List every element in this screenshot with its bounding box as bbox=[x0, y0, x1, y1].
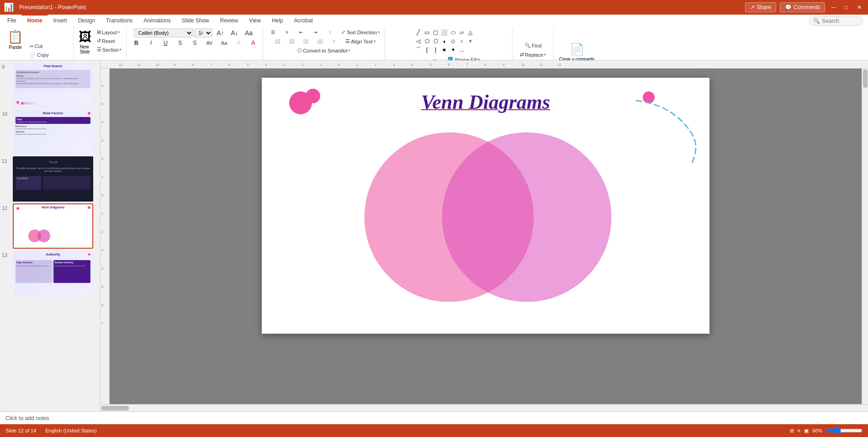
highlight-button[interactable]: A bbox=[232, 39, 245, 47]
replace-button[interactable]: ⇄ Replace ▾ bbox=[518, 51, 548, 59]
find-icon: 🔍 bbox=[524, 43, 531, 48]
shape-brace[interactable]: } bbox=[432, 46, 440, 54]
shape-plus[interactable]: + bbox=[466, 37, 475, 45]
shape-parallelogram[interactable]: ▱ bbox=[458, 28, 466, 37]
justify-button[interactable]: ⬜ bbox=[313, 38, 327, 44]
shape-more[interactable]: … bbox=[458, 46, 466, 54]
align-center-button[interactable]: ⬜ bbox=[285, 38, 298, 44]
shape-starburst[interactable]: ✦ bbox=[449, 46, 457, 54]
char-spacing-button[interactable]: AV bbox=[202, 40, 216, 46]
slide-thumb-11[interactable]: Trust To modify this graph, click on the… bbox=[13, 156, 93, 202]
slide-item-9[interactable]: 9 Paid Search Educational Keywords Names… bbox=[2, 62, 98, 107]
restore-button[interactable]: □ bbox=[842, 4, 851, 11]
new-slide-button[interactable]: 🖼 NewSlide bbox=[77, 28, 93, 55]
shape-star[interactable]: ★ bbox=[440, 46, 449, 54]
scrollbar-vertical[interactable] bbox=[862, 69, 868, 404]
tab-review[interactable]: Review bbox=[215, 16, 243, 26]
tab-acrobat[interactable]: Acrobat bbox=[289, 16, 318, 26]
svg-text:9: 9 bbox=[174, 63, 176, 67]
section-button[interactable]: ☰ Section ▾ bbox=[95, 46, 124, 53]
shape-circle[interactable]: ⬭ bbox=[449, 28, 457, 37]
slide-item-10[interactable]: 10 Rank Factors Trust Content is the dee… bbox=[2, 109, 98, 155]
shape-diamond[interactable]: ◇ bbox=[449, 37, 457, 45]
view-outline-icon[interactable]: ≡ bbox=[798, 428, 800, 433]
increase-font-button[interactable]: A↑ bbox=[213, 29, 227, 37]
font-name-select[interactable]: Calibri (Body) bbox=[134, 28, 193, 37]
shape-rect[interactable]: ▭ bbox=[423, 28, 431, 37]
tab-home[interactable]: Home bbox=[21, 15, 48, 26]
slide-title[interactable]: Venn Diagrams bbox=[421, 91, 550, 114]
clear-format-button[interactable]: Aa bbox=[242, 29, 255, 37]
view-slide-icon[interactable]: ▣ bbox=[804, 428, 809, 434]
layout-button[interactable]: ⊞ Layout ▾ bbox=[95, 28, 124, 36]
shape-arrow[interactable]: ⬧ bbox=[440, 37, 449, 45]
shape-chevron[interactable]: › bbox=[458, 37, 466, 45]
scrollbar-horizontal[interactable] bbox=[101, 404, 868, 411]
slide-item-12[interactable]: 12 Venn Diagrams bbox=[2, 203, 98, 249]
shape-bracket[interactable]: { bbox=[423, 46, 431, 54]
ruler-h-svg: 12 11 10 9 8 7 6 5 4 3 2 1 0 1 2 3 4 5 6… bbox=[110, 60, 868, 69]
tab-file[interactable]: File bbox=[2, 16, 21, 26]
numbering-button[interactable]: ≡ bbox=[280, 29, 294, 35]
shape-line[interactable]: ╱ bbox=[414, 28, 423, 37]
slide-thumb-12[interactable]: Venn Diagrams bbox=[13, 203, 93, 249]
align-left-button[interactable]: ⬜ bbox=[270, 38, 284, 44]
tab-view[interactable]: View bbox=[243, 16, 266, 26]
canvas-scroll[interactable]: Venn Diagrams bbox=[110, 69, 862, 404]
zoom-slider[interactable] bbox=[826, 427, 863, 434]
tab-slideshow[interactable]: Slide Show bbox=[176, 16, 215, 26]
share-button[interactable]: ↗ Share bbox=[745, 2, 776, 12]
font-size-select[interactable]: 14 bbox=[194, 28, 212, 37]
slide-thumb-9[interactable]: Paid Search Educational Keywords Names C… bbox=[13, 62, 93, 107]
slide-thumb-13[interactable]: Authority Page Authority Content is the … bbox=[13, 250, 93, 296]
columns-button[interactable]: ⫶ bbox=[323, 29, 337, 35]
tab-help[interactable]: Help bbox=[266, 16, 289, 26]
italic-button[interactable]: I bbox=[144, 39, 158, 47]
shape-curved[interactable]: ⌒ bbox=[414, 46, 423, 54]
font-color-button[interactable]: A bbox=[246, 39, 260, 47]
align-right-button[interactable]: ⬜ bbox=[299, 38, 312, 44]
strikethrough-button[interactable]: S bbox=[173, 39, 187, 47]
svg-text:10: 10 bbox=[521, 63, 525, 67]
svg-text:3: 3 bbox=[393, 63, 395, 67]
shape-rounded-rect[interactable]: ▢ bbox=[432, 28, 440, 37]
increase-indent-button[interactable]: ⇥ bbox=[308, 29, 322, 35]
shape-hexagon[interactable]: ⬡ bbox=[432, 37, 440, 45]
shadow-button[interactable]: S bbox=[188, 39, 201, 47]
bullets-button[interactable]: ☰ bbox=[266, 29, 280, 35]
shape-rtriangle[interactable]: ◁ bbox=[414, 37, 423, 45]
reset-button[interactable]: ↺ Reset bbox=[95, 37, 124, 45]
close-button[interactable]: ✕ bbox=[854, 4, 864, 11]
search-input[interactable] bbox=[822, 18, 858, 24]
slide-item-13[interactable]: 13 Authority Page Authority Content is t… bbox=[2, 250, 98, 296]
cut-button[interactable]: ✂ Cut bbox=[28, 43, 71, 50]
venn-diagram[interactable] bbox=[330, 128, 646, 306]
font-case-button[interactable]: Aa bbox=[217, 40, 231, 46]
view-normal-icon[interactable]: ⊞ bbox=[790, 428, 794, 434]
tab-insert[interactable]: Insert bbox=[48, 16, 73, 26]
tab-design[interactable]: Design bbox=[73, 16, 101, 26]
search-box[interactable]: 🔍 bbox=[809, 16, 863, 26]
shape-pentagon[interactable]: ⬠ bbox=[423, 37, 431, 45]
shape-triangle[interactable]: △ bbox=[466, 28, 475, 37]
convert-smartart-button[interactable]: ⬡ Convert to SmartArt ▾ bbox=[296, 47, 352, 54]
text-direction-button[interactable]: ⤢ Text Direction ▾ bbox=[339, 28, 381, 36]
underline-button[interactable]: U bbox=[159, 39, 172, 47]
notes-bar[interactable]: Click to add notes bbox=[0, 411, 868, 424]
align-text-button[interactable]: ☰ Align Text ▾ bbox=[344, 37, 377, 45]
tab-transitions[interactable]: Transitions bbox=[101, 16, 138, 26]
bold-button[interactable]: B bbox=[129, 39, 143, 47]
tab-animations[interactable]: Animations bbox=[138, 16, 176, 26]
slide-thumb-10[interactable]: Rank Factors Trust Content is the deepes… bbox=[13, 109, 93, 155]
shape-snip[interactable]: ⬜ bbox=[440, 28, 449, 37]
decrease-indent-button[interactable]: ⇤ bbox=[294, 29, 308, 35]
decrease-font-button[interactable]: A↓ bbox=[228, 29, 241, 37]
slide-canvas[interactable]: Venn Diagrams bbox=[262, 78, 709, 334]
svg-text:3: 3 bbox=[283, 63, 286, 67]
slide-item-11[interactable]: 11 Trust To modify this graph, click on … bbox=[2, 156, 98, 202]
minimize-button[interactable]: ─ bbox=[829, 4, 838, 11]
find-button[interactable]: 🔍 Find bbox=[523, 42, 543, 49]
comments-button[interactable]: 💬 Comments bbox=[780, 2, 825, 12]
copy-button[interactable]: 📄 Copy bbox=[28, 51, 71, 59]
line-spacing-button[interactable]: ↕ bbox=[327, 38, 341, 44]
